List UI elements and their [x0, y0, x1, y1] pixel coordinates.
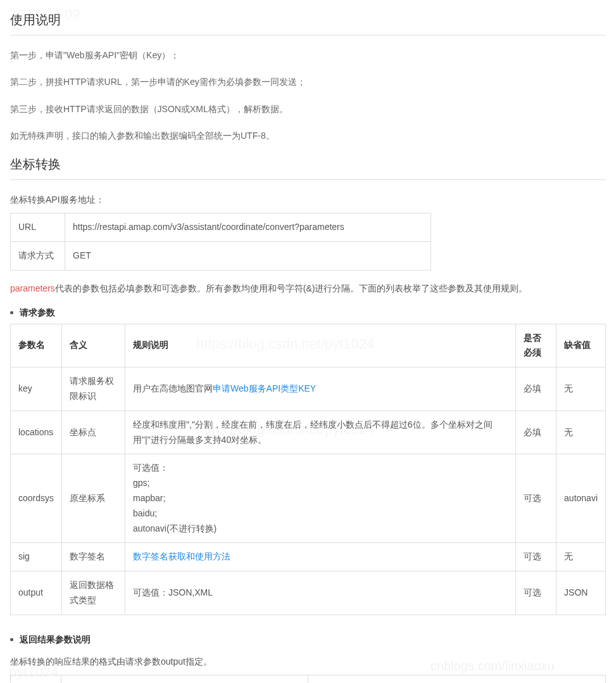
api-address-label: 坐标转换API服务地址： [10, 193, 606, 207]
cell-default: 无 [556, 367, 606, 411]
cell-default: JSON [556, 571, 606, 615]
url-value: https://restapi.amap.com/v3/assistant/co… [65, 213, 431, 241]
bullet-icon [10, 311, 13, 314]
apply-key-link[interactable]: 申请Web服务API类型KEY [213, 383, 316, 393]
cell-rule: 经度和纬度用","分割，经度在前，纬度在后，经纬度小数点后不得超过6位。多个坐标… [125, 411, 516, 454]
table-row: coordsys 原坐标系 可选值： gps; mapbar; baidu; a… [11, 454, 606, 543]
table-row: key 请求服务权限标识 用户在高德地图官网申请Web服务API类型KEY 必填… [11, 367, 606, 411]
cell-rule: 可选值：JSON,XML [125, 571, 516, 615]
section-usage-title: 使用说明 [10, 11, 606, 35]
usage-note: 如无特殊声明，接口的输入参数和输出数据编码全部统一为UTF-8。 [10, 129, 606, 143]
table-row: 请求方式 GET [11, 241, 431, 270]
table-row: locations 坐标点 经度和纬度用","分割，经度在前，纬度在后，经纬度小… [11, 411, 606, 454]
cell-meaning: 坐标点 [62, 411, 125, 454]
bullet-icon [10, 638, 13, 641]
col-rule: 规则说明 [308, 675, 606, 683]
cell-required: 可选 [516, 571, 556, 615]
col-meaning: 含义 [61, 675, 308, 683]
cell-param-name: coordsys [11, 454, 62, 543]
table-header-row: 名称 含义 规则说明 [11, 675, 606, 683]
cell-meaning: 请求服务权限标识 [62, 367, 125, 411]
section-coord-title: 坐标转换 [10, 156, 606, 180]
url-label: URL [11, 213, 65, 241]
cell-rule: 可选值： gps; mapbar; baidu; autonavi(不进行转换) [125, 454, 516, 543]
cell-meaning: 原坐标系 [62, 454, 125, 543]
cell-rule: 用户在高德地图官网申请Web服务API类型KEY [125, 367, 516, 411]
cell-required: 必填 [516, 367, 556, 411]
request-params-label: 请求参数 [20, 307, 55, 319]
cell-param-name: key [11, 367, 62, 411]
table-header-row: 参数名 含义 规则说明 是否必须 缺省值 [11, 324, 606, 367]
response-params-heading: 返回结果参数说明 [10, 634, 606, 646]
rule-line: autonavi(不进行转换) [133, 521, 508, 537]
col-meaning: 含义 [62, 324, 125, 367]
cell-rule-text: 用户在高德地图官网 [133, 383, 213, 393]
cell-meaning: 数字签名 [62, 543, 125, 571]
usage-step-1: 第一步，申请"Web服务API"密钥（Key）； [10, 48, 606, 62]
response-params-table: 名称 含义 规则说明 status 返回状态 值为0或1 1：成功；0：失败 i… [10, 675, 606, 683]
cell-param-name: locations [11, 411, 62, 454]
parameters-keyword: parameters [10, 283, 55, 293]
usage-step-2: 第二步，拼接HTTP请求URL，第一步申请的Key需作为必填参数一同发送； [10, 75, 606, 89]
cell-rule: 数字签名获取和使用方法 [125, 543, 516, 571]
cell-default: 无 [556, 543, 606, 571]
response-params-label: 返回结果参数说明 [20, 634, 91, 646]
rule-line: baidu; [133, 506, 508, 521]
col-required: 是否必须 [516, 324, 556, 367]
cell-param-name: sig [11, 543, 62, 571]
sig-doc-link[interactable]: 数字签名获取和使用方法 [133, 551, 230, 561]
table-row: URL https://restapi.amap.com/v3/assistan… [11, 213, 431, 241]
rule-line: mapbar; [133, 491, 508, 506]
usage-step-3: 第三步，接收HTTP请求返回的数据（JSON或XML格式），解析数据。 [10, 102, 606, 116]
parameters-note-text: 代表的参数包括必填参数和可选参数。所有参数均使用和号字符(&)进行分隔。下面的列… [55, 283, 528, 293]
url-table: URL https://restapi.amap.com/v3/assistan… [10, 213, 431, 271]
request-params-heading: 请求参数 [10, 307, 606, 319]
rule-line: gps; [133, 476, 508, 491]
cell-required: 可选 [516, 543, 556, 571]
method-value: GET [65, 241, 431, 270]
table-row: output 返回数据格式类型 可选值：JSON,XML 可选 JSON [11, 571, 606, 615]
cell-required: 必填 [516, 411, 556, 454]
cell-param-name: output [11, 571, 62, 615]
cell-required: 可选 [516, 454, 556, 543]
col-rule: 规则说明 [125, 324, 516, 367]
response-intro: 坐标转换的响应结果的格式由请求参数output指定。 [10, 654, 606, 668]
table-row: sig 数字签名 数字签名获取和使用方法 可选 无 [11, 543, 606, 571]
request-params-table: 参数名 含义 规则说明 是否必须 缺省值 key 请求服务权限标识 用户在高德地… [10, 324, 606, 615]
parameters-note: parameters代表的参数包括必填参数和可选参数。所有参数均使用和号字符(&… [10, 283, 606, 295]
method-label: 请求方式 [11, 241, 65, 270]
rule-line: 可选值： [133, 461, 508, 476]
col-name: 参数名 [11, 324, 62, 367]
col-name: 名称 [11, 675, 61, 683]
cell-default: autonavi [556, 454, 606, 543]
col-default: 缺省值 [556, 324, 606, 367]
cell-default: 无 [556, 411, 606, 454]
cell-meaning: 返回数据格式类型 [62, 571, 125, 615]
